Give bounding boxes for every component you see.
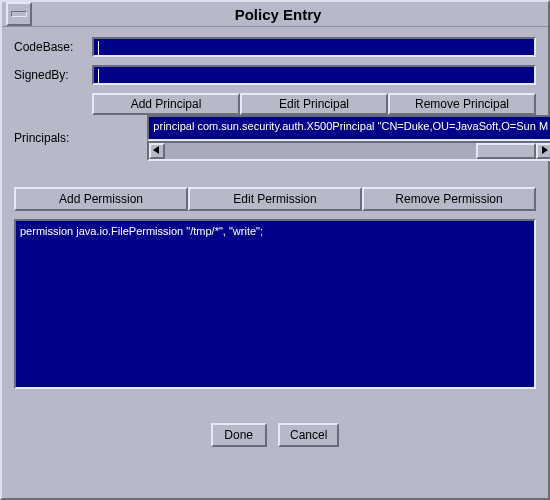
cancel-label: Cancel <box>290 428 327 442</box>
principals-label: Principals: <box>14 115 69 145</box>
client-area: CodeBase: SignedBy: Add Principal Edit P… <box>2 27 548 459</box>
add-principal-label: Add Principal <box>131 97 202 111</box>
edit-permission-button[interactable]: Edit Permission <box>188 187 362 211</box>
list-item[interactable]: principal com.sun.security.auth.X500Prin… <box>153 120 548 132</box>
dialog-footer: Done Cancel <box>14 423 536 447</box>
remove-principal-label: Remove Principal <box>415 97 509 111</box>
scroll-right-arrow-icon[interactable] <box>536 143 550 159</box>
scroll-left-arrow-icon[interactable] <box>149 143 165 159</box>
title-bar: Policy Entry <box>2 2 548 27</box>
system-menu-icon[interactable] <box>6 2 32 26</box>
remove-permission-label: Remove Permission <box>395 192 502 206</box>
permissions-list[interactable]: permission java.io.FilePermission "/tmp/… <box>14 219 536 389</box>
codebase-label: CodeBase: <box>14 40 92 54</box>
codebase-input[interactable] <box>92 37 536 57</box>
window-title: Policy Entry <box>36 6 548 23</box>
add-permission-label: Add Permission <box>59 192 143 206</box>
edit-permission-label: Edit Permission <box>233 192 316 206</box>
list-item[interactable]: permission java.io.FilePermission "/tmp/… <box>20 225 530 237</box>
add-principal-button[interactable]: Add Principal <box>92 93 240 115</box>
principals-horizontal-scrollbar[interactable] <box>147 141 550 161</box>
remove-permission-button[interactable]: Remove Permission <box>362 187 536 211</box>
edit-principal-button[interactable]: Edit Principal <box>240 93 388 115</box>
policy-entry-window: Policy Entry CodeBase: SignedBy: Add Pri… <box>0 0 550 500</box>
cancel-button[interactable]: Cancel <box>278 423 339 447</box>
add-permission-button[interactable]: Add Permission <box>14 187 188 211</box>
signedby-label: SignedBy: <box>14 68 92 82</box>
remove-principal-button[interactable]: Remove Principal <box>388 93 536 115</box>
done-label: Done <box>224 428 253 442</box>
signedby-input[interactable] <box>92 65 536 85</box>
scroll-track[interactable] <box>165 143 536 159</box>
done-button[interactable]: Done <box>211 423 267 447</box>
scroll-thumb[interactable] <box>476 143 536 159</box>
edit-principal-label: Edit Principal <box>279 97 349 111</box>
principals-list[interactable]: principal com.sun.security.auth.X500Prin… <box>147 115 550 141</box>
